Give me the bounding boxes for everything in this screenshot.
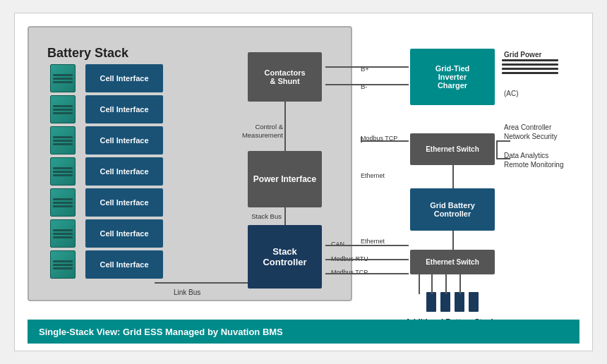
ethernet-switch-top-box: Ethernet Switch (410, 133, 495, 165)
stack-connector-1 (426, 292, 436, 312)
grid-line-3 (502, 68, 558, 70)
contactors-label: Contactors& Shunt (264, 68, 305, 85)
vert-line-power-stack (284, 207, 286, 225)
area-controller-line (496, 140, 510, 142)
modbus-rtu-line (325, 259, 409, 260)
right-vert-line (496, 140, 498, 158)
power-interface-label: Power Interface (253, 174, 316, 184)
battery-stack-title: Battery Stack (47, 46, 128, 61)
link-bus-line (155, 282, 248, 284)
bminus-label: B- (361, 83, 368, 90)
cell-interface-3: Cell Interface (85, 126, 163, 154)
stack-connector-3 (455, 292, 464, 312)
cell-interfaces: Cell Interface Cell Interface Cell Inter… (85, 64, 163, 279)
ethernet-switch-top-label: Ethernet Switch (426, 145, 479, 153)
battery-cell (50, 188, 76, 217)
grid-tied-inverter-box: Grid-TiedInverterCharger (410, 49, 495, 105)
grid-line-4 (502, 72, 558, 74)
ethernet-bottom-label: Ethernet (361, 238, 385, 245)
ethernet-switch-bottom-label: Ethernet Switch (426, 258, 479, 266)
data-analytics-line (496, 158, 510, 159)
stack-connector-4 (469, 292, 479, 312)
bplus-label: B+ (361, 65, 369, 73)
can-label: CAN (331, 241, 344, 248)
can-line (325, 245, 409, 246)
modbus-tcp2-label: Modbus TCP (331, 269, 368, 276)
grid-tied-label: Grid-TiedInverterCharger (435, 64, 470, 90)
add-stack-line-4 (459, 274, 461, 294)
battery-cell (50, 126, 76, 154)
stack-controller-label: StackController (263, 246, 306, 267)
cell-column (50, 64, 76, 279)
grid-power-label: Grid Power (504, 51, 541, 59)
stack-bus-label: Stack Bus (225, 212, 282, 220)
ac-label: (AC) (504, 90, 519, 97)
grid-line-2 (502, 63, 558, 66)
cell-interface-6: Cell Interface (85, 219, 163, 248)
vert-line-contactors-power (284, 102, 286, 151)
add-stack-line-2 (431, 274, 433, 294)
cell-interface-1: Cell Interface (85, 64, 163, 92)
bottom-caption: Single-Stack View: Grid ESS Managed by N… (28, 320, 579, 344)
stack-connectors (404, 292, 500, 312)
vert-ethernet-line (452, 165, 454, 188)
stack-controller-box: StackController (248, 225, 322, 289)
modbus-tcp-line (361, 140, 409, 142)
grid-lines (502, 59, 558, 74)
cell-interface-2: Cell Interface (85, 95, 163, 123)
battery-cell (50, 64, 76, 92)
caption-text: Single-Stack View: Grid ESS Managed by N… (39, 327, 283, 337)
ethernet-mid-label: Ethernet (361, 172, 385, 179)
add-stack-line-3 (445, 274, 447, 294)
power-ethernet-line (361, 137, 362, 142)
grid-line-1 (502, 59, 558, 61)
battery-cell (50, 95, 76, 123)
add-stack-line-1 (419, 274, 420, 294)
grid-battery-controller-box: Grid BatteryController (410, 188, 495, 231)
area-controller-label: Area ControllerNetwork Security (504, 123, 558, 141)
grid-battery-label: Grid BatteryController (430, 201, 475, 218)
cell-interface-7: Cell Interface (85, 250, 163, 279)
vert-ethernet-line-2 (452, 231, 454, 250)
ethernet-switch-bottom-box: Ethernet Switch (410, 250, 495, 274)
modbus-tcp2-line (325, 273, 409, 274)
link-bus-label: Link Bus (174, 289, 200, 296)
cell-interface-5: Cell Interface (85, 188, 163, 217)
data-analytics-label: Data AnalyticsRemote Monitoring (504, 151, 563, 169)
stack-connector-2 (440, 292, 450, 312)
battery-cell (50, 250, 76, 279)
cell-interface-4: Cell Interface (85, 157, 163, 186)
contactors-shunt-box: Contactors& Shunt (248, 52, 322, 102)
battery-cell (50, 157, 76, 186)
diagram-wrapper: Battery Stack Cell Interface Cell Interf… (14, 13, 593, 351)
power-interface-box: Power Interface (248, 151, 322, 207)
battery-cell (50, 219, 76, 248)
ctrl-meas-label: Control &Measurement (227, 123, 283, 140)
